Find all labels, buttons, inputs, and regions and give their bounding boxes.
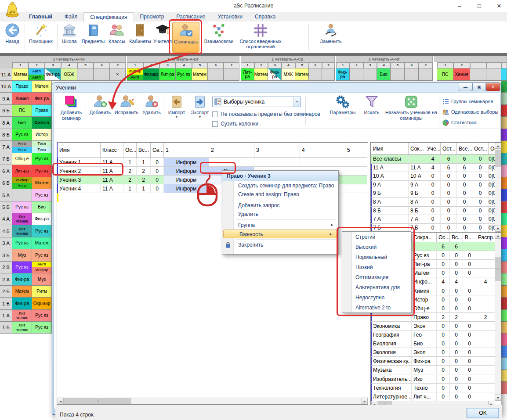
ribbon-button-Помощник[interactable]: Помощник [26, 22, 55, 53]
table-cell[interactable]: 0 [437, 384, 450, 392]
table-cell[interactable] [476, 348, 495, 357]
timetable-cell[interactable]: Матем [254, 68, 268, 81]
table-cell[interactable] [409, 155, 425, 164]
table-cell[interactable]: 4 [476, 277, 495, 286]
table-cell[interactable]: 11 А [101, 167, 123, 176]
close-icon[interactable]: ✕ [492, 2, 506, 11]
timetable-cell[interactable]: ПС [12, 105, 32, 117]
column-header-Сокра...[interactable]: Сокра... [412, 233, 437, 242]
table-cell[interactable]: 1 [123, 158, 137, 167]
timetable-cell[interactable]: Ритм [32, 286, 52, 298]
timetable-class-label[interactable]: 8 Б [0, 129, 12, 141]
table-cell[interactable]: 0 [437, 304, 450, 313]
table-cell[interactable]: 0 [463, 304, 476, 313]
timetable-class-label[interactable]: 5 Б [0, 201, 12, 213]
timetable-class-label[interactable]: 4 Б [0, 225, 12, 237]
timetable-class-label[interactable]: 6 А [0, 165, 12, 177]
column-header-В...[interactable]: В... [463, 233, 476, 242]
tab-Просмотр[interactable]: Просмотр [134, 12, 170, 22]
table-cell[interactable]: 0 [472, 224, 489, 233]
submenu-item-Оптимизация[interactable]: Оптимизация [342, 273, 411, 283]
timetable-cell[interactable]: Рус яз [12, 237, 32, 249]
submenu-item-Строгий[interactable]: Строгий [342, 232, 411, 242]
dialog-maximize-icon[interactable]: ▣ [472, 83, 486, 91]
chevron-down-icon[interactable]: ▾ [188, 115, 211, 119]
table-cell[interactable]: 0 [457, 198, 472, 207]
table-cell[interactable]: Техно [412, 384, 437, 392]
minimize-icon[interactable]: – [453, 2, 467, 11]
table-cell[interactable]: 0 [441, 215, 457, 224]
timetable-cell[interactable]: Физика [143, 68, 159, 81]
tab-Справка[interactable]: Справка [249, 12, 282, 22]
scroll-thumb[interactable] [495, 257, 501, 281]
timetable-cell[interactable] [363, 68, 377, 81]
table-cell[interactable]: 0 [425, 224, 441, 233]
table-cell[interactable]: Общ-е [412, 304, 437, 313]
timetable-cell[interactable]: ТехнТехн [32, 141, 52, 153]
table-cell[interactable]: 10 А [409, 172, 425, 181]
toolbar-button-groups[interactable]: Группы семинаров [442, 97, 500, 105]
table-cell[interactable]: 0|0 [489, 164, 495, 172]
timetable-cell[interactable]: Лит чтение [12, 213, 32, 225]
table-cell[interactable]: 0 [437, 339, 450, 348]
ribbon-button-Заменить[interactable]: Заменить [315, 22, 347, 53]
tab-Файл[interactable]: Файл [58, 12, 84, 22]
toolbar-button-same_choices[interactable]: Одинаковые выборы [442, 108, 500, 116]
table-cell[interactable]: 11 А [409, 164, 425, 172]
table-cell[interactable]: 0 [463, 366, 476, 374]
table-cell[interactable]: 0|0 [489, 181, 495, 190]
scroll-down-icon[interactable]: ▼ [495, 395, 501, 401]
table-cell[interactable]: Рус яз [412, 251, 437, 260]
table-cell[interactable]: 0 [463, 251, 476, 260]
timetable-cell[interactable] [501, 68, 507, 81]
table-cell[interactable]: 0 [151, 176, 164, 184]
submenu-item-Высокий[interactable]: Высокий [342, 242, 411, 252]
table-cell[interactable]: 0 [457, 172, 472, 181]
maximize-icon[interactable]: □ [472, 2, 486, 11]
menu-item-Удалить[interactable]: Удалить [222, 210, 338, 219]
table-cell[interactable]: 0 [463, 287, 476, 295]
table-cell[interactable]: 0|0 [489, 189, 495, 198]
table-cell[interactable] [254, 158, 300, 167]
table-cell[interactable]: Лит-ра [412, 260, 437, 269]
timetable-subcell[interactable]: Англ [32, 262, 51, 267]
table-cell[interactable]: 0 [441, 198, 457, 207]
toolbar-button-assign[interactable]: Назначить учеников на семинары [384, 94, 439, 121]
table-cell[interactable] [476, 339, 495, 348]
table-cell[interactable]: Информ [164, 176, 209, 184]
table-cell[interactable]: 2 [123, 167, 137, 176]
timetable-cell[interactable]: Физ-ра [268, 68, 282, 81]
timetable-class-label[interactable]: 9 Б [0, 105, 12, 117]
timetable-cell[interactable] [391, 68, 405, 81]
table-cell[interactable]: 2 [476, 313, 495, 322]
checkbox[interactable] [212, 111, 218, 117]
timetable-class-label[interactable]: 9 А [0, 93, 12, 105]
table-cell[interactable]: 6 [457, 164, 472, 172]
table-cell[interactable]: 0|0 [489, 198, 495, 207]
timetable-subcell[interactable]: Англ [29, 68, 44, 75]
table-cell[interactable]: 0 [425, 172, 441, 181]
timetable-cell[interactable]: Лит чтение [12, 225, 32, 237]
submenu-item-Альтернатива для[interactable]: Альтернатива для [342, 283, 411, 293]
timetable-subcell[interactable]: Англ [127, 75, 143, 81]
timetable-cell[interactable]: Общ-е [12, 153, 32, 165]
tab-Главный[interactable]: Главный [23, 12, 58, 22]
timetable-cell[interactable]: Рус яз [32, 165, 52, 177]
table-cell[interactable]: 0 [450, 339, 463, 348]
table-cell[interactable]: 0 [457, 181, 472, 190]
table-cell[interactable]: 0|0 [489, 155, 495, 164]
timetable-class-label[interactable]: 3 А [0, 237, 12, 249]
table-cell[interactable]: 0 [437, 269, 450, 277]
table-cell[interactable]: 2 [123, 176, 137, 184]
table-cell[interactable]: Истор [412, 295, 437, 304]
table-cell[interactable]: Изо [412, 375, 437, 384]
table-cell[interactable]: 4 [450, 277, 463, 286]
table-cell[interactable]: Все классы [371, 155, 409, 164]
timetable-subcell[interactable]: Техн [32, 147, 51, 153]
table-cell[interactable] [463, 277, 476, 286]
ribbon-button-Классы[interactable]: Классы [106, 22, 127, 53]
timetable-cell[interactable]: Матем [32, 237, 52, 249]
scroll-right-icon[interactable]: ► [362, 398, 368, 404]
menu-item-Добавить запрос[interactable]: Добавить запрос [222, 201, 338, 210]
timetable-cell[interactable]: Рус яз [32, 189, 52, 201]
